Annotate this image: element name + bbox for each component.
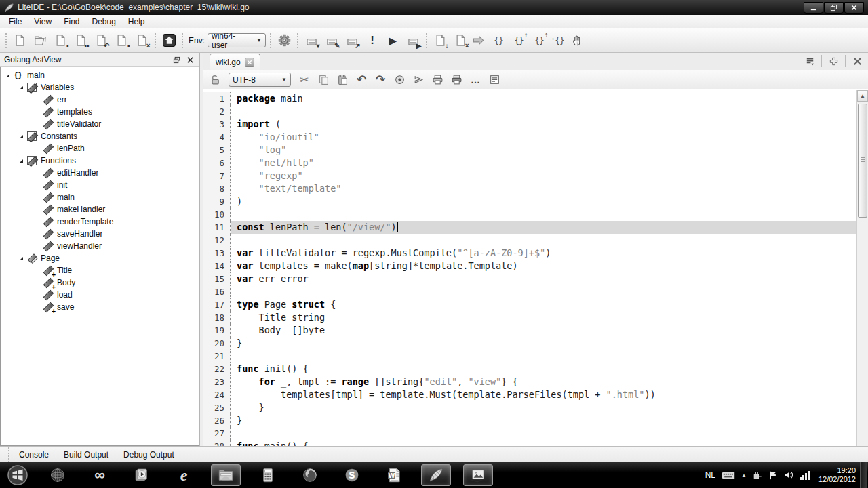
code-line-19[interactable]: 19 Body []byte [203,324,868,337]
goto-brace-icon[interactable]: {}→ [551,32,568,49]
menu-debug[interactable]: Debug [85,16,121,28]
save-all-icon[interactable]: ▪▪ [72,32,90,49]
tree-item-makeHandler[interactable]: makeHandler [1,203,199,216]
redo-icon[interactable]: ↷ [372,72,389,87]
taskbar-app-liteide[interactable] [421,464,451,486]
saveas-file-icon[interactable]: ▪ [113,32,130,49]
restore-icon[interactable] [824,2,844,14]
tree-item-init[interactable]: init [1,179,199,191]
taskbar-clock[interactable]: 19:20 12/02/2012 [818,466,856,484]
minimize-icon[interactable] [804,2,823,14]
save-file-icon[interactable]: ▪ [52,32,69,49]
env-select[interactable]: win64-user ▼ [208,33,266,47]
import-doc-icon[interactable]: ↓ [431,32,449,49]
taskbar-app-network-globe[interactable] [43,464,73,486]
code-line-22[interactable]: 22func init() { [203,363,868,375]
code-line-20[interactable]: 20} [203,337,868,350]
language-indicator[interactable]: NL [705,470,715,480]
code-line-7[interactable]: 7 "regexp" [203,169,868,182]
word-wrap-icon[interactable] [486,72,502,87]
code-line-13[interactable]: 13var titleValidator = regexp.MustCompil… [203,247,868,260]
pan-hand-icon[interactable] [568,32,586,49]
toolbar-handle[interactable] [426,33,427,48]
code-line-3[interactable]: 3import ( [203,118,868,131]
tree-item-Variables[interactable]: Variables [1,81,199,94]
code-line-10[interactable]: 10 [203,208,868,221]
expand-arrow-icon[interactable] [20,135,23,138]
code-line-4[interactable]: 4 "io/ioutil" [203,131,868,144]
reload-file-icon[interactable]: ↶ [92,32,110,49]
taskbar-app-internet-explorer[interactable]: e [169,464,199,486]
tree-item-templates[interactable]: templates [1,106,199,118]
run-icon[interactable]: ▶ [384,32,401,49]
cut-icon[interactable]: ✂ [296,72,313,87]
scroll-up-icon[interactable]: ▲ [857,90,868,102]
record-icon[interactable] [391,72,408,87]
taskbar-app-word[interactable]: W [379,464,409,486]
code-line-26[interactable]: 26} [203,414,868,427]
tree-item-Constants[interactable]: Constants [1,130,199,142]
code-line-21[interactable]: 21 [203,350,868,363]
code-line-15[interactable]: 15var err error [203,272,868,285]
code-line-16[interactable]: 16 [203,285,868,298]
encoding-select[interactable]: UTF-8 ▼ [229,73,291,87]
output-tab-debug-output[interactable]: Debug Output [118,449,180,461]
tree-item-viewHandler[interactable]: viewHandler [1,240,199,252]
taskbar-app-calculator[interactable] [253,464,283,486]
stop-icon[interactable]: ! [363,32,381,49]
copy-icon[interactable] [315,72,332,87]
code-line-6[interactable]: 6 "net/http" [203,157,868,169]
vertical-scrollbar[interactable]: ▲ [856,90,868,446]
tree-item-main[interactable]: main [1,69,199,81]
code-line-11[interactable]: 11const lenPath = len("/view/") [203,221,868,234]
expand-arrow-icon[interactable] [20,159,23,163]
taskbar-app-image-viewer[interactable] [463,464,493,486]
code-view[interactable]: 1package main23import (4 "io/ioutil"5 "l… [203,89,868,446]
toolbar-handle[interactable] [5,33,7,48]
power-icon[interactable] [753,470,762,480]
expand-arrow-icon[interactable] [20,257,23,260]
fold-braces-icon[interactable]: {} [490,32,507,49]
tree-item-titleValidator[interactable]: titleValidator [1,118,199,130]
close-editor-icon[interactable] [849,54,865,68]
output-bar-handle[interactable] [8,447,9,462]
code-line-1[interactable]: 1package main [203,92,868,105]
make-icon[interactable]: ▾ [302,32,320,49]
network-signal-icon[interactable] [800,471,810,480]
code-line-5[interactable]: 5 "log" [203,144,868,157]
tree-item-lenPath[interactable]: lenPath [1,142,199,155]
code-line-28[interactable]: 28func main() { [203,440,868,446]
jump-out-icon[interactable] [469,32,487,49]
undo-icon[interactable]: ↶ [353,72,370,87]
keyboard-icon[interactable] [722,470,735,480]
menu-help[interactable]: Help [122,16,151,28]
options-gear-icon[interactable] [275,32,293,49]
scrollbar-thumb[interactable] [858,104,867,218]
tree-item-Functions[interactable]: Functions [1,155,199,167]
tree-item-err[interactable]: err [1,94,199,106]
run-terminal-icon[interactable]: ▶ [404,32,422,49]
rebuild-icon[interactable]: ✎ [323,32,340,49]
toolbar-handle[interactable] [182,33,183,48]
output-tab-build-output[interactable]: Build Output [58,449,114,461]
tree-item-Page[interactable]: Page [1,252,199,264]
menu-view[interactable]: View [28,16,58,28]
export-icon[interactable] [410,72,427,87]
unfold-braces-icon[interactable]: {}↑ [510,32,528,49]
taskbar-app-skype[interactable]: S [337,464,367,486]
tree-item-editHandler[interactable]: editHandler [1,167,199,179]
tab-list-icon[interactable] [802,54,818,68]
output-tab-console[interactable]: Console [14,449,54,461]
close-icon[interactable] [844,2,864,14]
expand-arrow-icon[interactable] [6,74,9,77]
show-hidden-icon[interactable]: ▲ [741,472,747,479]
code-line-18[interactable]: 18 Title string [203,311,868,324]
code-line-24[interactable]: 24 templates[tmpl] = template.Must(templ… [203,388,868,401]
code-line-9[interactable]: 9) [203,195,868,208]
toolbar-handle[interactable] [155,33,156,48]
add-split-icon[interactable] [825,54,842,68]
close-panel-icon[interactable] [184,55,195,64]
action-center-icon[interactable] [768,470,778,480]
paste-icon[interactable] [334,72,351,87]
code-line-27[interactable]: 27 [203,427,868,440]
